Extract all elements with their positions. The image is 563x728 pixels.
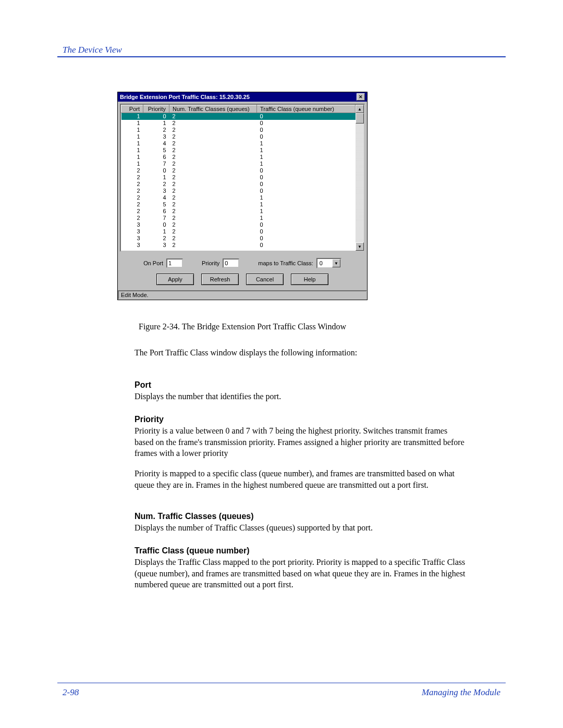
- priority-label: Priority: [202, 260, 219, 266]
- table-row[interactable]: 2421: [121, 194, 356, 201]
- paragraph-priority-2: Priority is mapped to a specific class (…: [134, 468, 468, 490]
- table-row[interactable]: 2521: [121, 201, 356, 208]
- table-container: Port Priority Num. Traffic Classes (queu…: [120, 104, 365, 252]
- paragraph-port: Displays the number that identifies the …: [134, 391, 468, 402]
- table-header-row: Port Priority Num. Traffic Classes (queu…: [121, 105, 356, 113]
- edit-form: On Port Priority maps to Traffic Class: …: [118, 254, 367, 270]
- col-traffic-class[interactable]: Traffic Class (queue number): [257, 105, 356, 113]
- traffic-class-table[interactable]: Port Priority Num. Traffic Classes (queu…: [121, 105, 356, 249]
- heading-traffic-class: Traffic Class (queue number): [134, 545, 468, 557]
- table-row[interactable]: 1120: [121, 120, 356, 127]
- table-row[interactable]: 2721: [121, 215, 356, 221]
- table-row[interactable]: 3220: [121, 235, 356, 242]
- heading-priority: Priority: [134, 414, 468, 425]
- apply-button[interactable]: Apply: [156, 274, 194, 285]
- scroll-up-icon[interactable]: ▲: [356, 105, 364, 113]
- table-row[interactable]: 1320: [121, 133, 356, 140]
- table-row[interactable]: 2220: [121, 181, 356, 188]
- col-num-queues[interactable]: Num. Traffic Classes (queues): [169, 105, 257, 113]
- scroll-track[interactable]: [356, 124, 364, 242]
- col-priority[interactable]: Priority: [143, 105, 169, 113]
- refresh-button[interactable]: Refresh: [201, 274, 239, 285]
- table-row[interactable]: 1621: [121, 154, 356, 161]
- on-port-input[interactable]: [166, 258, 183, 268]
- button-row: Apply Refresh Cancel Help: [118, 270, 367, 290]
- col-port[interactable]: Port: [121, 105, 143, 113]
- status-bar: Edit Mode.: [118, 290, 367, 300]
- footer-section: Managing the Module: [422, 687, 500, 698]
- table-row[interactable]: 1721: [121, 161, 356, 167]
- table-row[interactable]: 2120: [121, 174, 356, 181]
- on-port-label: On Port: [143, 260, 163, 266]
- header-rule: [57, 56, 506, 57]
- table-row[interactable]: 3120: [121, 228, 356, 235]
- vertical-scrollbar[interactable]: ▲ ▼: [356, 105, 364, 251]
- heading-port: Port: [134, 379, 468, 391]
- traffic-class-window: Bridge Extension Port Traffic Class: 15.…: [117, 92, 368, 300]
- intro-paragraph: The Port Traffic Class window displays t…: [134, 347, 468, 359]
- page-number: 2-98: [63, 687, 79, 698]
- traffic-class-select[interactable]: 0 ▼: [316, 258, 341, 268]
- paragraph-num-classes: Displays the number of Traffic Classes (…: [134, 522, 468, 534]
- table-row[interactable]: 1220: [121, 127, 356, 133]
- table-row[interactable]: 3320: [121, 242, 356, 249]
- footer-rule: [57, 683, 506, 683]
- paragraph-traffic-class: Displays the Traffic Class mapped to the…: [134, 557, 468, 590]
- window-title: Bridge Extension Port Traffic Class: 15.…: [120, 94, 250, 100]
- close-icon[interactable]: ✕: [357, 93, 365, 101]
- table-row[interactable]: 3020: [121, 221, 356, 228]
- maps-label: maps to Traffic Class:: [258, 260, 313, 266]
- scroll-down-icon[interactable]: ▼: [356, 242, 364, 251]
- table-row[interactable]: 2621: [121, 208, 356, 215]
- table-row[interactable]: 1521: [121, 147, 356, 154]
- window-titlebar[interactable]: Bridge Extension Port Traffic Class: 15.…: [118, 92, 367, 102]
- cancel-button[interactable]: Cancel: [246, 274, 284, 285]
- chevron-down-icon[interactable]: ▼: [332, 259, 340, 267]
- heading-num-classes: Num. Traffic Classes (queues): [134, 511, 468, 522]
- traffic-class-select-value: 0: [320, 260, 323, 266]
- page-header: The Device View: [63, 45, 122, 55]
- table-row[interactable]: 2320: [121, 188, 356, 194]
- scroll-thumb[interactable]: [356, 113, 364, 124]
- table-row[interactable]: 2020: [121, 167, 356, 174]
- priority-input[interactable]: [223, 258, 239, 268]
- table-row[interactable]: 1020: [121, 113, 356, 120]
- help-button[interactable]: Help: [291, 274, 328, 285]
- paragraph-priority-1: Priority is a value between 0 and 7 with…: [134, 425, 468, 459]
- figure-caption: Figure 2-34. The Bridge Extension Port T…: [117, 322, 368, 331]
- table-row[interactable]: 1421: [121, 140, 356, 147]
